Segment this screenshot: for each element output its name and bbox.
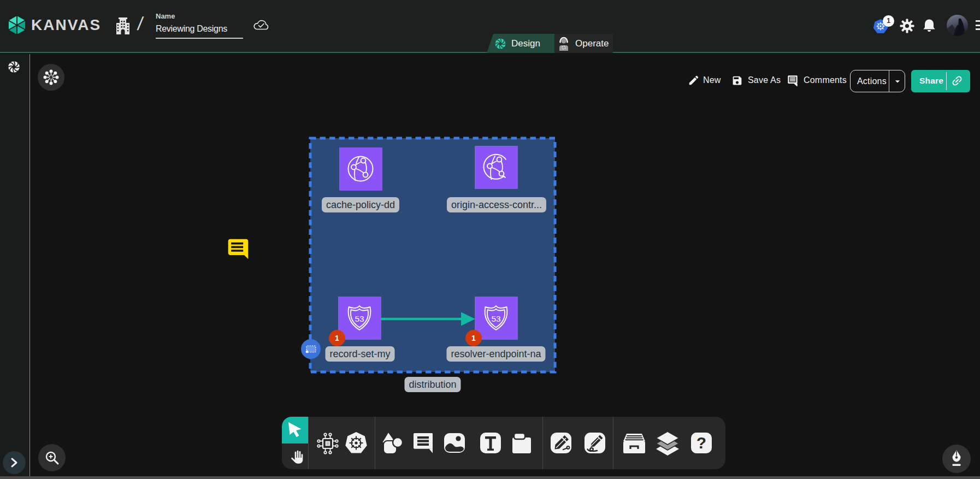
svg-text:?: ? [696, 434, 706, 452]
svg-text:53: 53 [491, 314, 500, 323]
svg-text:53: 53 [355, 314, 364, 323]
